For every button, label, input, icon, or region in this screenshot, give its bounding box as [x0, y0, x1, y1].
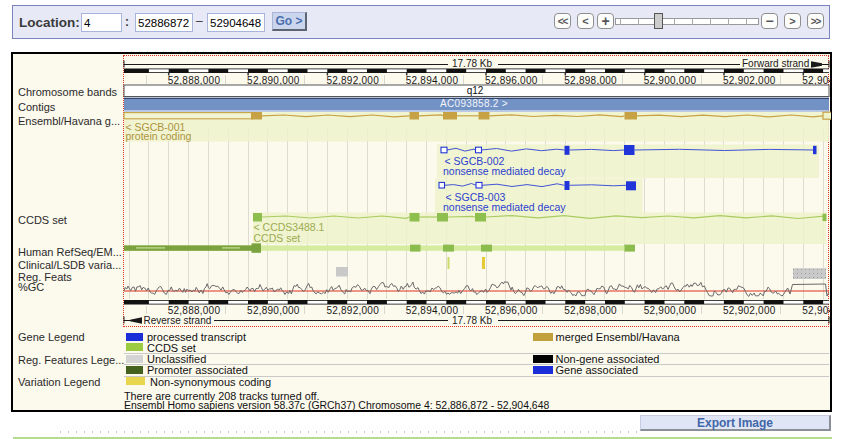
svg-text:52,888,000: 52,888,000 [168, 305, 221, 316]
svg-text:52,900,000: 52,900,000 [644, 75, 697, 86]
svg-text:52,902,000: 52,902,000 [723, 305, 776, 316]
svg-text:17.78 Kb: 17.78 Kb [452, 315, 492, 326]
svg-text:52,900,000: 52,900,000 [644, 305, 697, 316]
svg-text:52,904,000: 52,904,000 [802, 75, 844, 86]
svg-text:52,892,000: 52,892,000 [326, 75, 379, 86]
svg-text:protein coding: protein coding [126, 130, 192, 142]
svg-text:AC093858.2 >: AC093858.2 > [440, 98, 508, 109]
svg-text:52,904,000: 52,904,000 [802, 305, 844, 316]
svg-text:nonsense mediated decay: nonsense mediated decay [443, 201, 566, 213]
svg-text:17.78 Kb: 17.78 Kb [452, 58, 492, 69]
svg-text:Forward strand: Forward strand [742, 58, 809, 69]
svg-text:52,892,000: 52,892,000 [326, 305, 379, 316]
svg-text:52,888,000: 52,888,000 [168, 75, 221, 86]
svg-text:CCDS set: CCDS set [254, 232, 301, 244]
svg-text:52,898,000: 52,898,000 [564, 305, 617, 316]
svg-text:52,890,000: 52,890,000 [247, 305, 300, 316]
svg-text:52,898,000: 52,898,000 [564, 75, 617, 86]
svg-text:52,896,000: 52,896,000 [485, 305, 538, 316]
svg-text:52,902,000: 52,902,000 [723, 75, 776, 86]
svg-text:52,890,000: 52,890,000 [247, 75, 300, 86]
svg-text:52,896,000: 52,896,000 [485, 75, 538, 86]
svg-text:nonsense mediated decay: nonsense mediated decay [443, 165, 566, 177]
svg-text:52,894,000: 52,894,000 [406, 75, 459, 86]
svg-text:Reverse strand: Reverse strand [144, 315, 212, 326]
svg-text:52,894,000: 52,894,000 [406, 305, 459, 316]
svg-text:q12: q12 [467, 85, 484, 96]
